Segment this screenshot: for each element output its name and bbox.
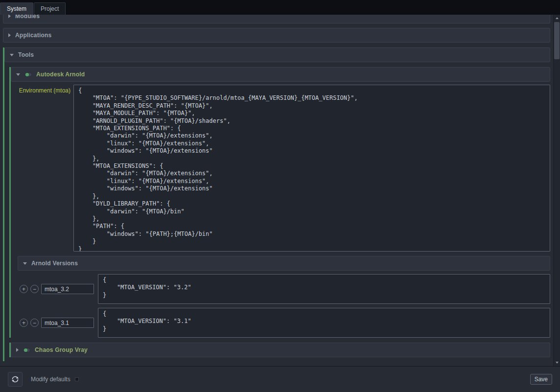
section-title-tools: Tools [18,51,34,58]
arnold-versions-body: + − { "MTOA_VERSION": "3.2" } + − [18,271,550,338]
add-version-button[interactable]: + [20,319,28,327]
tab-project-label: Project [41,5,59,12]
section-header-applications[interactable]: Applications [3,28,550,43]
arnold-versions-group: Arnold Versions + − { "MTOA_VERSION": "3… [18,256,550,338]
tab-bar: System Project [0,0,560,15]
section-title-autodesk-arnold: Autodesk Arnold [36,71,85,78]
section-title-modules: Modules [15,15,40,20]
add-version-button[interactable]: + [20,285,28,293]
section-tools-group: Tools Autodesk Arnold Enviro [3,47,550,361]
section-title-applications: Applications [15,32,51,39]
vertical-scrollbar[interactable] [553,15,560,366]
chaos-group-vray-group: Chaos Group Vray [9,343,550,357]
enabled-toggle-icon[interactable] [23,348,30,352]
arrow-down-icon [556,362,559,364]
autodesk-arnold-body: Environment (mtoa) { "MTOA": "{PYPE_STUD… [11,82,550,338]
environment-mtoa-textarea[interactable]: { "MTOA": "{PYPE_STUDIO_SOFTWARE}/arnold… [73,85,550,252]
section-header-tools[interactable]: Tools [4,47,550,62]
tab-system[interactable]: System [0,2,33,15]
version-row: + − { "MTOA_VERSION": "3.2" } [20,274,550,304]
autodesk-arnold-group: Autodesk Arnold Environment (mtoa) { "MT… [9,67,550,338]
chevron-right-icon [16,348,19,352]
tools-body: Autodesk Arnold Environment (mtoa) { "MT… [4,62,550,361]
environment-row: Environment (mtoa) { "MTOA": "{PYPE_STUD… [13,85,550,252]
arrow-up-icon [556,17,559,19]
save-button[interactable]: Save [530,374,552,385]
settings-panel: Modules Applications Tools [0,15,560,366]
section-header-autodesk-arnold[interactable]: Autodesk Arnold [11,67,550,82]
section-header-modules[interactable]: Modules [3,15,550,23]
refresh-button[interactable] [8,372,23,387]
chevron-right-icon [8,33,11,37]
section-title-chaos-group-vray: Chaos Group Vray [35,346,88,353]
enabled-toggle-icon[interactable] [24,72,32,77]
tab-project[interactable]: Project [34,2,66,15]
version-name-input[interactable] [41,318,94,328]
section-header-arnold-versions[interactable]: Arnold Versions [18,256,550,271]
footer-bar: Modify defaults Save [0,366,560,392]
version-name-input[interactable] [41,284,94,294]
chevron-down-icon [10,54,14,56]
version-value-textarea[interactable]: { "MTOA_VERSION": "3.1" } [98,308,550,338]
scrollbar-up-button[interactable] [554,15,560,22]
scrollbar-down-button[interactable] [554,359,560,366]
refresh-icon [11,375,19,383]
scroll-content: Modules Applications Tools [0,15,553,366]
chevron-down-icon [16,73,20,76]
chevron-right-icon [8,15,11,18]
remove-version-button[interactable]: − [30,285,39,293]
scrollbar-thumb[interactable] [554,22,560,59]
modify-defaults-checkbox[interactable] [75,377,79,381]
section-title-arnold-versions: Arnold Versions [31,260,78,267]
remove-version-button[interactable]: − [30,319,39,327]
version-value-textarea[interactable]: { "MTOA_VERSION": "3.2" } [98,274,550,304]
section-header-chaos-group-vray[interactable]: Chaos Group Vray [11,343,550,357]
modify-defaults-label: Modify defaults [31,376,70,383]
version-row: + − { "MTOA_VERSION": "3.1" } [20,308,550,338]
chevron-down-icon [23,262,27,265]
tab-system-label: System [7,5,26,12]
environment-mtoa-label: Environment (mtoa) [13,85,70,94]
settings-window: System Project Modules Applications Tool… [0,0,560,392]
